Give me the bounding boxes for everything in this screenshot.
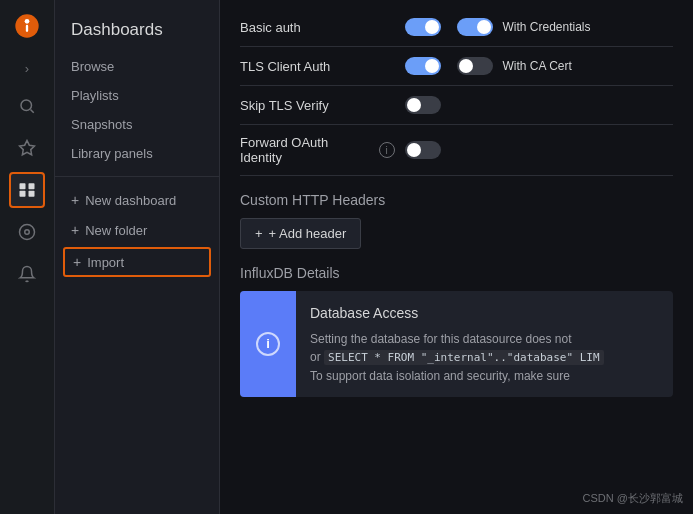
influxdb-title: InfluxDB Details [240, 265, 673, 281]
plus-icon: + [71, 222, 79, 238]
svg-point-11 [25, 230, 30, 235]
import-button[interactable]: + Import [63, 247, 211, 277]
forward-oauth-label: Forward OAuth Identity [240, 135, 369, 165]
with-credentials-toggle[interactable] [457, 18, 493, 36]
forward-oauth-toggle[interactable] [405, 141, 441, 159]
new-dashboard-button[interactable]: + New dashboard [55, 185, 219, 215]
influxdb-box-title: Database Access [310, 303, 604, 324]
sidebar-item-browse[interactable]: Browse [55, 52, 219, 81]
alerting-icon[interactable] [9, 256, 45, 292]
divider [55, 176, 219, 177]
dashboards-panel-title: Dashboards [55, 12, 219, 52]
skip-tls-right-cell [457, 86, 674, 125]
plus-icon: + [71, 192, 79, 208]
custom-http-headers-section: Custom HTTP Headers + + Add header [240, 192, 673, 249]
svg-line-4 [30, 109, 33, 112]
auth-options-grid: Basic auth With Credentials TLS Client A… [240, 8, 673, 176]
influxdb-box-text2: To support data isolation and security, … [310, 367, 604, 385]
basic-auth-cell: Basic auth [240, 8, 457, 47]
svg-rect-9 [29, 191, 35, 197]
influxdb-box-text1: Setting the database for this datasource… [310, 330, 604, 348]
sidebar-item-playlists[interactable]: Playlists [55, 81, 219, 110]
forward-oauth-info-icon[interactable]: i [379, 142, 395, 158]
influxdb-blue-bar: i [240, 291, 296, 397]
svg-rect-6 [20, 183, 26, 189]
basic-auth-toggle[interactable] [405, 18, 441, 36]
forward-oauth-cell: Forward OAuth Identity i [240, 125, 457, 176]
watermark: CSDN @长沙郭富城 [583, 491, 683, 506]
influxdb-box-code-line: or SELECT * FROM "_internal".."database"… [310, 348, 604, 367]
skip-tls-cell: Skip TLS Verify [240, 86, 457, 125]
svg-marker-5 [20, 141, 35, 155]
with-ca-cert-cell: With CA Cert [457, 47, 674, 86]
add-header-button[interactable]: + + Add header [240, 218, 361, 249]
influxdb-code: SELECT * FROM "_internal".."database" LI… [324, 350, 604, 365]
starred-icon[interactable] [9, 130, 45, 166]
add-header-plus-icon: + [255, 226, 263, 241]
svg-point-3 [21, 100, 32, 111]
influxdb-info-box: i Database Access Setting the database f… [240, 291, 673, 397]
svg-rect-2 [26, 25, 28, 32]
forward-oauth-right-cell [457, 125, 674, 176]
sidebar-narrow: › [0, 0, 55, 514]
tls-client-auth-cell: TLS Client Auth [240, 47, 457, 86]
grafana-logo[interactable] [9, 8, 45, 44]
dashboards-icon[interactable] [9, 172, 45, 208]
with-ca-cert-label: With CA Cert [503, 59, 572, 73]
with-ca-cert-toggle[interactable] [457, 57, 493, 75]
svg-point-10 [20, 225, 35, 240]
skip-tls-label: Skip TLS Verify [240, 98, 395, 113]
plus-icon: + [73, 254, 81, 270]
svg-rect-7 [29, 183, 35, 189]
with-credentials-cell: With Credentials [457, 8, 674, 47]
search-icon[interactable] [9, 88, 45, 124]
info-circle-icon: i [256, 332, 280, 356]
with-credentials-label: With Credentials [503, 20, 591, 34]
sidebar-item-snapshots[interactable]: Snapshots [55, 110, 219, 139]
custom-http-heading: Custom HTTP Headers [240, 192, 673, 208]
influxdb-info-text: Database Access Setting the database for… [296, 291, 618, 397]
sidebar-toggle-button[interactable]: › [13, 54, 41, 82]
influxdb-section: InfluxDB Details i Database Access Setti… [240, 265, 673, 397]
sidebar-item-library-panels[interactable]: Library panels [55, 139, 219, 168]
svg-rect-8 [20, 191, 26, 197]
dashboards-panel: Dashboards Browse Playlists Snapshots Li… [55, 0, 220, 514]
svg-point-1 [25, 19, 30, 24]
explore-icon[interactable] [9, 214, 45, 250]
main-content: Basic auth With Credentials TLS Client A… [220, 0, 693, 514]
new-folder-button[interactable]: + New folder [55, 215, 219, 245]
tls-client-auth-toggle[interactable] [405, 57, 441, 75]
tls-client-auth-label: TLS Client Auth [240, 59, 395, 74]
basic-auth-label: Basic auth [240, 20, 395, 35]
skip-tls-toggle[interactable] [405, 96, 441, 114]
